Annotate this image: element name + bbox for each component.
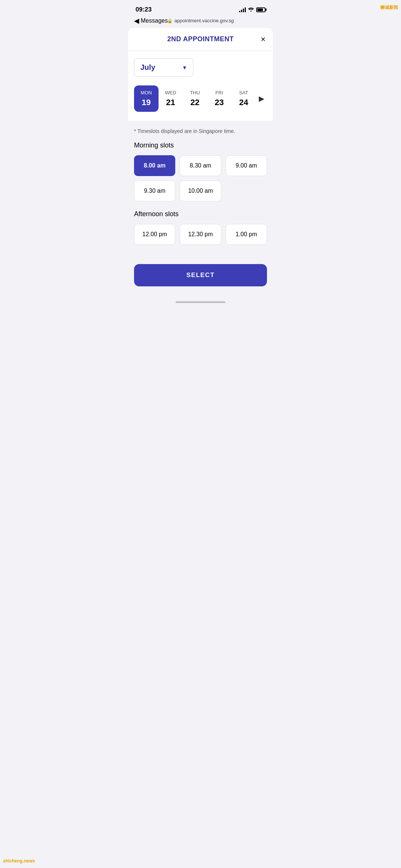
day-name: MON [141,90,152,95]
day-name: SAT [239,90,248,95]
slot-1-00pm[interactable]: 1.00 pm [226,224,267,245]
day-name: THU [190,90,200,95]
slot-empty [226,181,267,201]
status-time: 09:23 [136,6,151,13]
day-item-fri-23[interactable]: FRI 23 [207,85,232,112]
battery-icon [256,7,265,12]
url-text: appointment.vaccine.gov.sg [174,18,234,23]
timezone-note: * Timeslots displayed are in Singapore t… [134,128,267,134]
day-number: 21 [166,98,175,107]
select-button[interactable]: SELECT [134,264,267,286]
day-number: 23 [215,98,224,107]
morning-slots-grid-row1: 8.00 am 8.30 am 9.00 am [134,155,267,176]
day-number: 19 [142,98,151,107]
slot-9-30am[interactable]: 9.30 am [134,181,175,201]
nav-bar: ◀ Messages 🔒 appointment.vaccine.gov.sg [128,16,273,26]
nav-back-label: Messages [141,17,168,24]
status-bar: 09:23 [128,0,273,16]
afternoon-slots-group: Afternoon slots 12.00 pm 12.30 pm 1.00 p… [134,210,267,245]
day-number: 22 [190,98,199,107]
day-name: WED [165,90,176,95]
slot-8-30am[interactable]: 8.30 am [180,155,221,176]
calendar-next-arrow-icon[interactable]: ▶ [256,92,267,106]
url-bar: 🔒 appointment.vaccine.gov.sg [167,18,234,23]
day-item-mon-19[interactable]: MON 19 [134,85,159,112]
close-button[interactable]: × [261,35,265,43]
day-item-wed-21[interactable]: WED 21 [159,85,183,112]
lock-icon: 🔒 [167,18,173,23]
afternoon-slots-title: Afternoon slots [134,210,267,218]
day-name: FRI [215,90,223,95]
select-section: SELECT [128,258,273,298]
home-bar [176,301,225,303]
morning-slots-group: Morning slots 8.00 am 8.30 am 9.00 am 9.… [134,142,267,201]
morning-slots-title: Morning slots [134,142,267,149]
day-number: 24 [239,98,248,107]
calendar-section: July ▼ MON 19 WED 21 THU 22 FRI 23 SAT [128,51,273,121]
afternoon-slots-grid: 12.00 pm 12.30 pm 1.00 pm [134,224,267,245]
page-title: 2ND APPOINTMENT [167,35,234,43]
main-container: 2ND APPOINTMENT × July ▼ MON 19 WED 21 T… [128,28,273,298]
slot-8-00am[interactable]: 8.00 am [134,155,175,176]
nav-back-button[interactable]: ◀ Messages [134,17,168,25]
day-item-sat-24[interactable]: SAT 24 [231,85,256,112]
home-indicator [128,298,273,308]
slot-9-00am[interactable]: 9.00 am [226,155,267,176]
day-item-thu-22[interactable]: THU 22 [183,85,207,112]
page-header: 2ND APPOINTMENT × [128,28,273,51]
slot-12-00pm[interactable]: 12.00 pm [134,224,175,245]
slot-12-30pm[interactable]: 12.30 pm [180,224,221,245]
signal-icon [239,7,246,12]
status-icons [239,7,265,13]
slots-section: * Timeslots displayed are in Singapore t… [128,121,273,258]
wifi-icon [248,7,254,13]
month-label: July [140,63,177,72]
slot-10-00am[interactable]: 10.00 am [180,181,221,201]
morning-slots-grid-row2: 9.30 am 10.00 am [134,181,267,201]
month-selector[interactable]: July ▼ [134,58,193,77]
month-dropdown-arrow-icon: ▼ [182,65,187,71]
back-arrow-icon: ◀ [134,17,139,25]
day-picker: MON 19 WED 21 THU 22 FRI 23 SAT 24 ▶ [134,85,267,112]
